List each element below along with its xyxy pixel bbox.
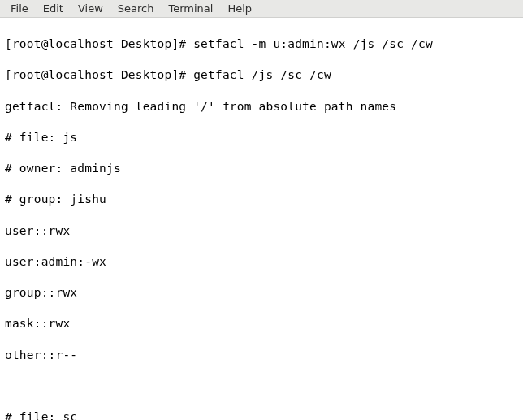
menu-file[interactable]: File: [3, 2, 36, 15]
terminal-line: user:admin:-wx: [5, 254, 518, 270]
terminal-line: [5, 379, 518, 394]
menu-terminal[interactable]: Terminal: [161, 2, 220, 15]
terminal-line: # group: jishu: [5, 192, 518, 207]
terminal-line: # file: sc: [5, 409, 518, 420]
menu-edit[interactable]: Edit: [36, 2, 71, 15]
terminal-output[interactable]: [root@localhost Desktop]# setfacl -m u:a…: [0, 18, 523, 420]
menu-search[interactable]: Search: [110, 2, 162, 15]
terminal-line: # file: js: [5, 130, 518, 145]
terminal-line: [root@localhost Desktop]# setfacl -m u:a…: [5, 37, 518, 52]
menu-view[interactable]: View: [71, 2, 110, 15]
terminal-line: mask::rwx: [5, 316, 518, 331]
terminal-line: getfacl: Removing leading '/' from absol…: [5, 99, 518, 115]
terminal-line: group::rwx: [5, 285, 518, 301]
terminal-line: user::rwx: [5, 223, 518, 239]
menubar: File Edit View Search Terminal Help: [0, 0, 523, 18]
terminal-line: other::r--: [5, 348, 518, 363]
terminal-line: # owner: adminjs: [5, 161, 518, 176]
terminal-line: [root@localhost Desktop]# getfacl /js /s…: [5, 67, 518, 83]
menu-help[interactable]: Help: [220, 2, 259, 15]
